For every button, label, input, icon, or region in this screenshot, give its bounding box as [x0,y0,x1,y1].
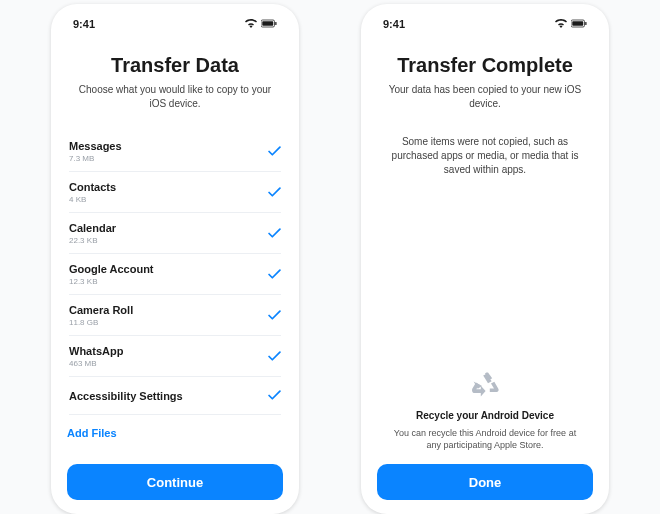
status-bar: 9:41 [67,16,283,30]
status-time: 9:41 [383,18,405,30]
list-item-size: 4 KB [69,195,116,204]
status-icons [245,18,277,30]
battery-icon [261,18,277,30]
recycle-icon [383,372,587,404]
done-button[interactable]: Done [377,464,593,500]
check-icon [268,225,281,243]
status-icons [555,18,587,30]
transfer-note: Some items were not copied, such as purc… [377,135,593,177]
svg-rect-2 [275,22,276,25]
list-item-labels: Google Account12.3 KB [69,263,154,286]
list-item-labels: Camera Roll11.8 GB [69,304,133,327]
check-icon [268,266,281,284]
list-item-labels: Accessibility Settings [69,390,183,402]
list-item[interactable]: Google Account12.3 KB [69,254,281,295]
list-item[interactable]: Calendar22.3 KB [69,213,281,254]
svg-rect-1 [262,21,273,26]
phone-transfer-data: 9:41 Transfer Data Choose what you would… [51,4,299,514]
page-title: Transfer Data [67,54,283,77]
page-subtitle: Your data has been copied to your new iO… [377,83,593,111]
list-item-labels: Messages7.3 MB [69,140,122,163]
check-icon [268,307,281,325]
recycle-block: Recycle your Android Device You can recy… [377,372,593,464]
svg-rect-5 [585,22,586,25]
wifi-icon [245,18,257,30]
check-icon [268,387,281,405]
continue-button[interactable]: Continue [67,464,283,500]
add-files-link[interactable]: Add Files [67,415,283,443]
list-item[interactable]: Camera Roll11.8 GB [69,295,281,336]
list-item-labels: Calendar22.3 KB [69,222,116,245]
list-item-size: 11.8 GB [69,318,133,327]
list-item-size: 7.3 MB [69,154,122,163]
transfer-item-list: Messages7.3 MBContacts4 KBCalendar22.3 K… [67,131,283,415]
list-item-size: 463 MB [69,359,123,368]
list-item-title: Messages [69,140,122,152]
recycle-title: Recycle your Android Device [383,410,587,421]
list-item-title: Google Account [69,263,154,275]
recycle-text: You can recycle this Android device for … [383,427,587,452]
list-item-title: Contacts [69,181,116,193]
check-icon [268,143,281,161]
list-item[interactable]: Accessibility Settings [69,377,281,415]
wifi-icon [555,18,567,30]
battery-icon [571,18,587,30]
list-item-labels: Contacts4 KB [69,181,116,204]
page-title: Transfer Complete [377,54,593,77]
header: Transfer Complete Your data has been cop… [377,54,593,111]
list-item-size: 12.3 KB [69,277,154,286]
svg-rect-4 [572,21,583,26]
list-item[interactable]: Contacts4 KB [69,172,281,213]
page-subtitle: Choose what you would like to copy to yo… [67,83,283,111]
list-item-title: Camera Roll [69,304,133,316]
list-item[interactable]: WhatsApp463 MB [69,336,281,377]
header: Transfer Data Choose what you would like… [67,54,283,111]
check-icon [268,348,281,366]
check-icon [268,184,281,202]
list-item-labels: WhatsApp463 MB [69,345,123,368]
status-bar: 9:41 [377,16,593,30]
list-item-size: 22.3 KB [69,236,116,245]
phone-transfer-complete: 9:41 Transfer Complete Your data has bee… [361,4,609,514]
list-item-title: WhatsApp [69,345,123,357]
status-time: 9:41 [73,18,95,30]
list-item[interactable]: Messages7.3 MB [69,131,281,172]
list-item-title: Accessibility Settings [69,390,183,402]
list-item-title: Calendar [69,222,116,234]
